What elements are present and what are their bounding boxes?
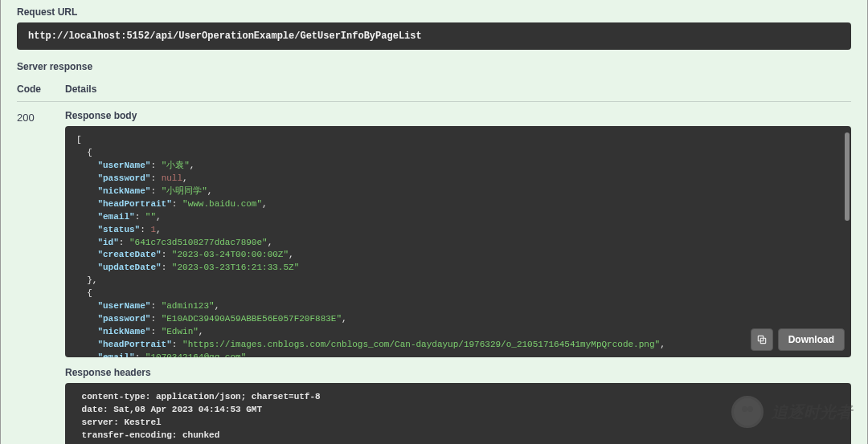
copy-icon[interactable] — [751, 328, 773, 351]
request-url-title: Request URL — [17, 6, 851, 18]
response-headers-title: Response headers — [65, 367, 851, 378]
response-body-title: Response body — [65, 110, 851, 121]
server-response-title: Server response — [17, 61, 851, 72]
request-url-value: http://localhost:5152/api/UserOperationE… — [17, 22, 851, 50]
download-button[interactable]: Download — [778, 328, 845, 351]
response-headers: content-type: application/json; charset=… — [65, 383, 851, 444]
response-table-header: Code Details — [17, 77, 851, 102]
code-header: Code — [17, 84, 65, 95]
response-body[interactable]: [ { "userName": "小袁", "password": null, … — [65, 126, 851, 357]
scrollbar-thumb[interactable] — [845, 132, 850, 221]
details-header: Details — [65, 84, 851, 95]
status-code: 200 — [17, 110, 65, 124]
